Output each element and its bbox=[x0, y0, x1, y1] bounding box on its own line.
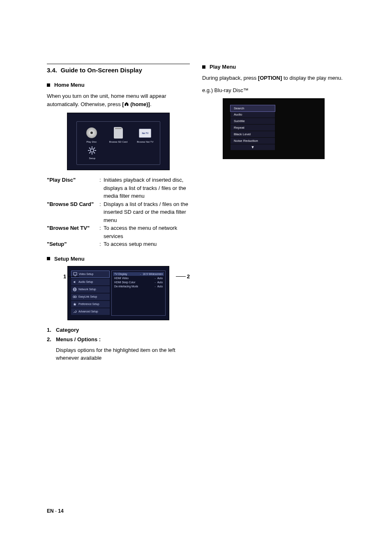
home-menu-intro: When you turn on the unit, home menu wil… bbox=[47, 92, 190, 109]
option-value: Auto bbox=[157, 281, 163, 284]
play-menu-header: Play Menu bbox=[202, 64, 345, 70]
setup-item-network: Network Setup bbox=[71, 286, 110, 293]
setup-item-advanced: Advanced Setup bbox=[71, 308, 110, 315]
tile-play-disc-label: Play Disc bbox=[79, 141, 104, 143]
svg-line-8 bbox=[94, 148, 95, 149]
tile-setup: Setup bbox=[79, 146, 105, 160]
svg-line-6 bbox=[94, 152, 95, 153]
gear-icon bbox=[87, 146, 97, 155]
def-colon: : bbox=[99, 176, 104, 200]
section-title-text: Guide to On-Screen Display bbox=[60, 67, 142, 74]
def-colon: : bbox=[99, 240, 104, 248]
setup-item-label: Advanced Setup bbox=[78, 310, 98, 313]
section-number: 3.4. bbox=[47, 67, 57, 74]
option-row: HDMI Deep Color-Auto bbox=[114, 281, 163, 284]
def-row: "Setup" : To access setup menu bbox=[47, 240, 190, 248]
star-icon bbox=[73, 302, 77, 306]
setup-menu-legend: 1. Category 2. Menus / Options : Display… bbox=[47, 326, 190, 362]
option-value: 16:9 Widescreen bbox=[143, 273, 163, 275]
intro-period: . bbox=[150, 101, 152, 107]
svg-line-5 bbox=[89, 148, 90, 149]
setup-menu-screenshot: Video Setup Audio Setup Network Setup Ea… bbox=[67, 266, 169, 320]
footer-dash: - bbox=[54, 508, 58, 514]
setup-item-easylink: EasyLink Setup bbox=[71, 294, 110, 300]
def-row: "Play Disc" : Initiates playback of inse… bbox=[47, 176, 190, 200]
setup-options-panel: TV Display-16:9 Widescreen HDMI Video-Au… bbox=[111, 271, 166, 316]
play-menu-example: e.g.) Blu-ray Disc™ bbox=[202, 86, 345, 95]
option-label: De-interlacing Mode bbox=[114, 285, 153, 288]
def-colon: : bbox=[99, 224, 104, 240]
tile-play-disc: Play Disc bbox=[79, 125, 104, 143]
setup-category-list: Video Setup Audio Setup Network Setup Ea… bbox=[71, 271, 110, 316]
play-menu-list: Search Audio Subtitle Repeat Black Level… bbox=[231, 105, 275, 150]
footer-page: 14 bbox=[58, 508, 63, 514]
play-item-repeat: Repeat bbox=[231, 125, 275, 131]
net-tv-icon: Net TV bbox=[139, 129, 151, 138]
callout-line-right bbox=[176, 276, 186, 277]
callout-line-left bbox=[68, 276, 79, 277]
footer-lang: EN bbox=[47, 508, 54, 514]
option-label: HDMI Deep Color bbox=[114, 281, 153, 284]
def-row: "Browse Net TV" : To access the menu of … bbox=[47, 224, 190, 240]
option-value: Auto bbox=[157, 285, 163, 288]
home-menu-label: Home Menu bbox=[54, 82, 85, 88]
def-val: Displays a list of tracks / files on the… bbox=[104, 200, 190, 224]
play-item-black-level: Black Level bbox=[231, 131, 275, 138]
sd-card-icon bbox=[114, 127, 123, 139]
option-row: De-interlacing Mode-Auto bbox=[114, 285, 163, 288]
legend-head: Menus / Options : bbox=[56, 335, 101, 344]
def-row: "Browse SD Card" : Displays a list of tr… bbox=[47, 200, 190, 224]
def-key: "Setup" bbox=[47, 240, 99, 248]
option-row: TV Display-16:9 Widescreen bbox=[113, 272, 164, 276]
svg-point-0 bbox=[90, 149, 94, 152]
play-item-audio: Audio bbox=[231, 111, 275, 118]
callout-2: 2 bbox=[187, 273, 190, 280]
play-intro-option: [OPTION] bbox=[258, 75, 282, 81]
play-menu-label: Play Menu bbox=[210, 64, 236, 70]
svg-rect-15 bbox=[75, 296, 76, 298]
setup-item-label: EasyLink Setup bbox=[78, 295, 97, 298]
home-icon bbox=[124, 101, 129, 109]
tile-browse-sd: Browse SD Card bbox=[106, 125, 130, 143]
setup-menu-label: Setup Menu bbox=[54, 256, 85, 262]
svg-rect-14 bbox=[73, 296, 75, 298]
setup-item-preference: Preference Setup bbox=[71, 301, 110, 308]
home-menu-header: Home Menu bbox=[47, 82, 190, 88]
section-heading: 3.4. Guide to On-Screen Display bbox=[47, 64, 190, 74]
setup-item-label: Network Setup bbox=[78, 288, 96, 291]
play-intro-c: to display the play menu. bbox=[282, 75, 342, 81]
option-label: HDMI Video bbox=[114, 277, 153, 280]
def-key: "Play Disc" bbox=[47, 176, 99, 200]
speaker-icon bbox=[73, 280, 77, 284]
setup-menu-header: Setup Menu bbox=[47, 256, 190, 262]
play-item-noise-reduction: Noise Reduction bbox=[231, 138, 275, 144]
svg-rect-9 bbox=[74, 273, 77, 275]
option-value: Auto bbox=[157, 277, 163, 280]
legend-row: 1. Category bbox=[47, 326, 190, 334]
square-bullet-icon bbox=[47, 83, 50, 87]
play-intro-a: During playback, press bbox=[202, 75, 258, 81]
callout-1: 1 bbox=[63, 273, 66, 280]
square-bullet-icon bbox=[202, 65, 205, 69]
disc-icon bbox=[86, 127, 97, 138]
def-val: Initiates playback of inserted disc, dis… bbox=[104, 176, 190, 200]
legend-row: 2. Menus / Options : bbox=[47, 335, 190, 344]
def-val: To access setup menu bbox=[104, 240, 190, 248]
square-bullet-icon bbox=[47, 257, 50, 260]
tile-setup-label: Setup bbox=[79, 157, 105, 160]
def-colon: : bbox=[99, 200, 104, 224]
play-item-subtitle: Subtitle bbox=[231, 118, 275, 125]
svg-line-7 bbox=[89, 152, 90, 153]
setup-item-label: Video Setup bbox=[79, 273, 93, 275]
setup-item-audio: Audio Setup bbox=[71, 279, 110, 285]
home-menu-definitions: "Play Disc" : Initiates playback of inse… bbox=[47, 176, 190, 248]
tile-browse-sd-label: Browse SD Card bbox=[106, 141, 130, 143]
intro-home-label: (home)] bbox=[129, 101, 150, 107]
play-item-search: Search bbox=[230, 105, 275, 112]
chevron-down-icon: ▼ bbox=[231, 144, 275, 150]
setup-item-label: Preference Setup bbox=[78, 303, 99, 305]
home-menu-screenshot: Play Disc Browse SD Card Net TV Browse N… bbox=[67, 113, 170, 170]
play-menu-intro: During playback, press [OPTION] to displ… bbox=[202, 74, 345, 82]
play-menu-screenshot: Search Audio Subtitle Repeat Black Level… bbox=[223, 98, 325, 159]
page-footer: EN - 14 bbox=[47, 508, 64, 514]
